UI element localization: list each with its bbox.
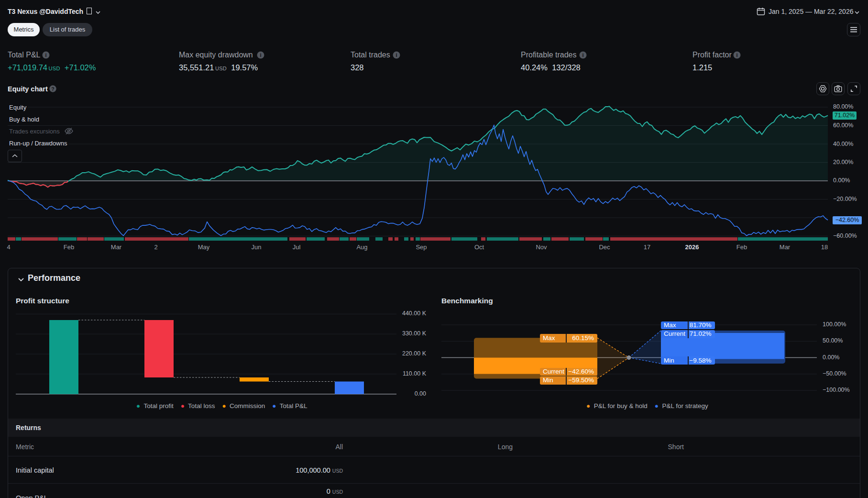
svg-text:i: i [396,52,397,58]
svg-text:i: i [260,52,261,58]
svg-text:i: i [582,52,583,58]
svg-text:i: i [45,52,46,58]
svg-text:?: ? [51,86,54,92]
svg-text:i: i [736,52,737,58]
